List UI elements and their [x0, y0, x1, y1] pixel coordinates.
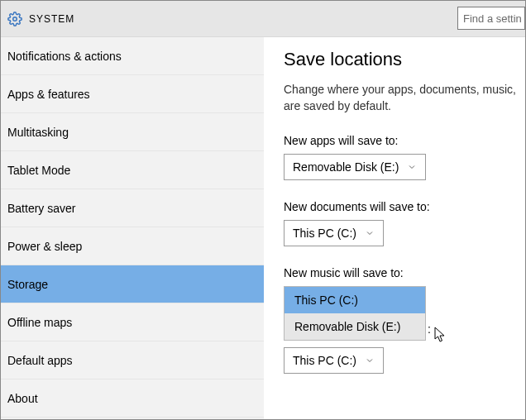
- page-description: Change where your apps, documents, music…: [284, 82, 525, 114]
- partial-text: :: [428, 322, 431, 336]
- sidebar-item-label: Offline maps: [7, 316, 72, 329]
- sidebar-item-label: Multitasking: [7, 126, 69, 139]
- sidebar-item-label: Tablet Mode: [7, 164, 70, 177]
- sidebar-item-offline-maps[interactable]: Offline maps: [1, 303, 264, 341]
- setting-next-select[interactable]: This PC (C:): [284, 347, 384, 374]
- setting-documents: New documents will save to: This PC (C:): [284, 200, 525, 265]
- sidebar-item-label: Notifications & actions: [7, 50, 122, 63]
- setting-music-dropdown: This PC (C:) Removable Disk (E:): [284, 286, 426, 341]
- sidebar-item-apps-features[interactable]: Apps & features: [1, 75, 264, 113]
- search-input[interactable]: Find a settin: [457, 7, 525, 30]
- body: Notifications & actionsApps & featuresMu…: [1, 37, 525, 419]
- sidebar: Notifications & actionsApps & featuresMu…: [1, 37, 264, 419]
- setting-apps: New apps will save to: Removable Disk (E…: [284, 134, 525, 198]
- sidebar-item-label: Storage: [7, 278, 48, 291]
- sidebar-item-label: Default apps: [7, 354, 73, 367]
- main-panel: Save locations Change where your apps, d…: [264, 37, 525, 419]
- header: SYSTEM Find a settin: [1, 1, 525, 37]
- dropdown-option-removable[interactable]: Removable Disk (E:): [285, 313, 425, 340]
- setting-apps-select[interactable]: Removable Disk (E:): [284, 154, 426, 180]
- sidebar-item-about[interactable]: About: [1, 379, 264, 418]
- setting-music: New music will save to: This PC (C:) Rem…: [284, 266, 525, 392]
- setting-documents-label: New documents will save to:: [284, 200, 525, 213]
- chevron-down-icon: [365, 228, 375, 238]
- header-title: SYSTEM: [29, 13, 74, 25]
- sidebar-item-notifications-actions[interactable]: Notifications & actions: [1, 37, 264, 75]
- setting-music-label: New music will save to:: [284, 266, 525, 279]
- sidebar-item-label: Apps & features: [7, 88, 90, 101]
- sidebar-item-tablet-mode[interactable]: Tablet Mode: [1, 151, 264, 189]
- chevron-down-icon: [365, 356, 375, 365]
- dropdown-option-this-pc[interactable]: This PC (C:): [285, 287, 425, 313]
- setting-documents-select[interactable]: This PC (C:): [284, 220, 384, 246]
- search-placeholder: Find a settin: [463, 12, 522, 25]
- sidebar-item-power-sleep[interactable]: Power & sleep: [1, 227, 264, 265]
- chevron-down-icon: [407, 162, 417, 172]
- gear-icon: [7, 12, 22, 26]
- sidebar-item-label: Battery saver: [7, 202, 75, 215]
- sidebar-item-default-apps[interactable]: Default apps: [1, 341, 264, 379]
- svg-point-0: [13, 17, 17, 21]
- sidebar-item-label: Power & sleep: [7, 240, 82, 253]
- sidebar-item-battery-saver[interactable]: Battery saver: [1, 189, 264, 227]
- sidebar-item-label: About: [7, 392, 38, 405]
- select-value: This PC (C:): [293, 227, 356, 240]
- page-title: Save locations: [284, 49, 525, 70]
- select-value: This PC (C:): [293, 354, 356, 367]
- select-value: Removable Disk (E:): [293, 160, 399, 174]
- sidebar-item-multitasking[interactable]: Multitasking: [1, 113, 264, 151]
- setting-apps-label: New apps will save to:: [284, 134, 525, 147]
- sidebar-item-storage[interactable]: Storage: [1, 265, 264, 303]
